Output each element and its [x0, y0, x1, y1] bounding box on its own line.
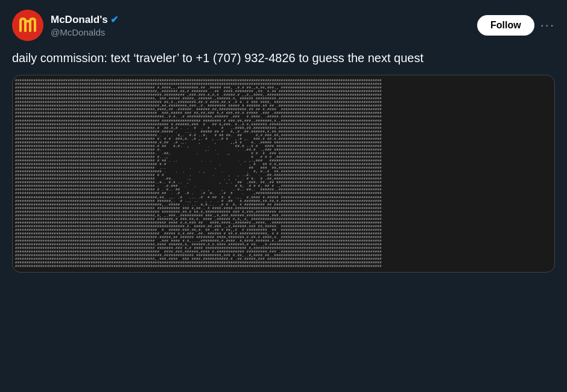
tweet-header: McDonald's ✔ @McDonalds Follow ··· [12, 10, 555, 41]
more-button[interactable]: ··· [540, 19, 555, 32]
tweet-header-left: McDonald's ✔ @McDonalds [12, 10, 118, 41]
verified-badge: ✔ [110, 14, 118, 25]
ascii-art: ########################################… [15, 79, 552, 268]
tweet-card: McDonald's ✔ @McDonalds Follow ··· daily… [0, 0, 567, 392]
name-text: McDonald's [51, 14, 108, 26]
tweet-header-right: Follow ··· [477, 15, 555, 36]
tweet-text: daily commission: text ‘traveler’ to +1 … [12, 49, 555, 66]
handle: @McDonalds [51, 27, 118, 37]
display-name: McDonald's ✔ [51, 14, 118, 26]
avatar[interactable] [12, 10, 43, 41]
follow-button[interactable]: Follow [477, 15, 534, 36]
account-info: McDonald's ✔ @McDonalds [51, 14, 118, 37]
ascii-art-container: ########################################… [12, 75, 555, 273]
